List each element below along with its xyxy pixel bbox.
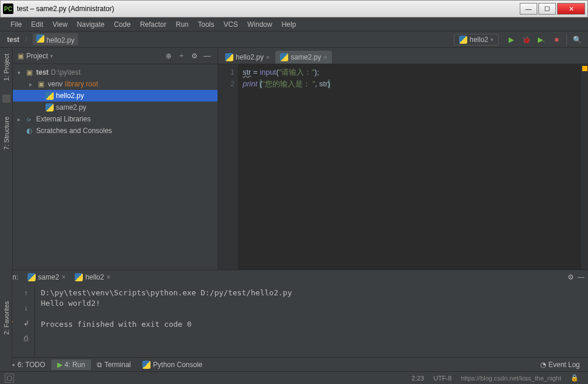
editor-tabs: hello2.py × same2.py × bbox=[218, 48, 588, 64]
python-icon bbox=[459, 36, 467, 44]
side-tab-icon[interactable] bbox=[2, 95, 10, 103]
settings-icon[interactable]: ⚙ bbox=[568, 273, 574, 281]
file-encoding[interactable]: UTF-8 bbox=[433, 375, 452, 382]
code-content[interactable]: str = input("请输入："); print ("您的输入是： ", s… bbox=[238, 64, 581, 270]
run-coverage-button[interactable]: ▶. bbox=[535, 33, 548, 46]
bottom-tab-event-log[interactable]: ◔Event Log bbox=[534, 359, 586, 370]
menu-refactor[interactable]: Refactor bbox=[135, 20, 171, 29]
close-tab-icon[interactable]: × bbox=[106, 273, 110, 281]
python-icon bbox=[280, 53, 288, 61]
up-button[interactable]: ↑ bbox=[21, 288, 32, 298]
chevron-right-icon: 〉 bbox=[25, 36, 30, 43]
close-tab-icon[interactable]: × bbox=[324, 54, 327, 61]
tree-venv[interactable]: ▸ ▣ venv library root bbox=[13, 78, 218, 90]
chevron-down-icon: ▾ bbox=[491, 37, 494, 43]
menu-bar: File Edit View Navigate Code Refactor Ru… bbox=[0, 18, 588, 32]
chevron-down-icon[interactable]: ▾ bbox=[50, 53, 53, 59]
menu-navigate[interactable]: Navigate bbox=[72, 20, 109, 29]
editor-tab-hello2[interactable]: hello2.py × bbox=[220, 51, 274, 64]
tree-root[interactable]: ▾ ▣ test D:\py\test bbox=[13, 67, 218, 78]
window-controls: — ☐ ✕ bbox=[519, 3, 585, 15]
editor-body[interactable]: 1 2 str = input("请输入："); print ("您的输入是： … bbox=[218, 64, 588, 270]
left-tool-strip: 1: Project 7: Structure bbox=[0, 48, 13, 270]
stop-button[interactable]: ■ bbox=[550, 33, 563, 46]
menu-code[interactable]: Code bbox=[109, 20, 135, 29]
wrap-button[interactable]: ↲ bbox=[21, 318, 32, 329]
expand-arrow-icon[interactable]: ▾ bbox=[18, 69, 24, 76]
side-tab-structure[interactable]: 7: Structure bbox=[2, 114, 11, 152]
run-left-toolbar-2: ↑ ↓ ↲ ⎙ bbox=[18, 284, 35, 357]
breadcrumb-file[interactable]: hello2.py bbox=[33, 33, 78, 46]
scroll-to-button[interactable]: ⊕ bbox=[163, 50, 174, 62]
run-tool-window: Run: same2 × hello2 × ⚙ — ▶ ≡ 📌 » ↑ ↓ ↲ … bbox=[0, 270, 588, 357]
separator bbox=[566, 34, 567, 45]
close-tab-icon[interactable]: × bbox=[61, 273, 65, 281]
close-tab-icon[interactable]: × bbox=[266, 54, 270, 61]
run-config-name: hello2 bbox=[470, 36, 488, 44]
print-button[interactable]: ⎙ bbox=[21, 333, 32, 344]
menu-tools[interactable]: Tools bbox=[193, 20, 219, 29]
title-bar: PC test – same2.py (Administrator) — ☐ ✕ bbox=[0, 0, 588, 18]
close-button[interactable]: ✕ bbox=[557, 3, 585, 15]
side-tab-project[interactable]: 1: Project bbox=[2, 51, 11, 83]
run-header: Run: same2 × hello2 × ⚙ — bbox=[0, 270, 588, 284]
error-stripe[interactable] bbox=[581, 64, 588, 270]
minimize-button[interactable]: — bbox=[520, 3, 537, 15]
settings-icon[interactable]: ⚙ bbox=[188, 50, 200, 62]
bottom-tab-python-console[interactable]: Python Console bbox=[136, 359, 208, 370]
down-button[interactable]: ↓ bbox=[21, 303, 32, 313]
library-icon: ⪧ bbox=[24, 115, 34, 123]
project-panel-header: ▣ Project ▾ ⊕ ÷ ⚙ — bbox=[13, 48, 218, 64]
menu-help[interactable]: Help bbox=[277, 20, 301, 29]
editor-area: hello2.py × same2.py × 1 2 str = input("… bbox=[218, 48, 588, 270]
menu-edit[interactable]: Edit bbox=[26, 20, 48, 29]
bottom-tool-tabs: ≔6: TODO ▶4: Run ⧉Terminal Python Consol… bbox=[0, 357, 588, 371]
menu-vcs[interactable]: VCS bbox=[219, 20, 243, 29]
lock-icon[interactable]: 🔒 bbox=[570, 374, 579, 382]
bottom-tab-run[interactable]: ▶4: Run bbox=[51, 359, 91, 370]
python-icon bbox=[46, 103, 54, 111]
search-button[interactable]: 🔍 bbox=[570, 33, 583, 46]
tree-file-same2[interactable]: same2.py bbox=[13, 102, 218, 113]
side-tab-favorites[interactable]: 2: Favorites bbox=[2, 299, 11, 337]
warning-marker[interactable] bbox=[582, 66, 587, 71]
python-icon bbox=[27, 273, 36, 281]
menu-run[interactable]: Run bbox=[171, 20, 193, 29]
menu-view[interactable]: View bbox=[48, 20, 72, 29]
bottom-tab-terminal[interactable]: ⧉Terminal bbox=[91, 359, 136, 370]
menu-window[interactable]: Window bbox=[243, 20, 277, 29]
folder-icon: ▣ bbox=[18, 52, 24, 60]
tree-file-hello2[interactable]: hello2.py bbox=[13, 90, 218, 102]
left-bottom-strip: 2: Favorites bbox=[1, 270, 12, 369]
python-icon bbox=[225, 53, 233, 61]
run-button[interactable]: ▶ bbox=[505, 33, 517, 46]
tool-windows-toggle[interactable]: ▢ bbox=[5, 373, 14, 383]
debug-button[interactable]: 🐞 bbox=[520, 33, 533, 46]
editor-tab-same2[interactable]: same2.py × bbox=[275, 51, 331, 64]
run-config-selector[interactable]: hello2 ▾ bbox=[454, 34, 499, 46]
tree-external-libraries[interactable]: ▸ ⪧ External Libraries bbox=[13, 113, 218, 125]
hide-button[interactable]: — bbox=[578, 273, 584, 281]
window-title: test – same2.py (Administrator) bbox=[17, 5, 519, 13]
python-icon bbox=[46, 92, 54, 100]
console-output[interactable]: D:\py\test\venv\Scripts\python.exe D:/py… bbox=[35, 284, 588, 357]
folder-icon: ▣ bbox=[36, 80, 46, 88]
navigation-bar: test 〉 hello2.py hello2 ▾ ▶ 🐞 ▶. ■ 🔍 bbox=[0, 32, 588, 48]
breadcrumb-root[interactable]: test bbox=[4, 34, 23, 45]
run-tab-hello2[interactable]: hello2 × bbox=[70, 272, 115, 282]
maximize-button[interactable]: ☐ bbox=[538, 3, 556, 15]
scratches-icon: ◐ bbox=[24, 127, 34, 135]
tree-scratches[interactable]: ◐ Scratches and Consoles bbox=[13, 125, 218, 137]
project-panel-title: Project bbox=[26, 52, 48, 60]
line-gutter: 1 2 bbox=[218, 64, 238, 270]
expand-all-button[interactable]: ÷ bbox=[176, 50, 187, 62]
expand-arrow-icon[interactable]: ▸ bbox=[18, 116, 24, 123]
hide-button[interactable]: — bbox=[201, 50, 213, 62]
menu-file[interactable]: File bbox=[6, 20, 26, 29]
app-icon: PC bbox=[3, 4, 13, 14]
expand-arrow-icon[interactable]: ▸ bbox=[29, 81, 36, 88]
cursor-position[interactable]: 2:23 bbox=[412, 375, 424, 382]
folder-icon: ▣ bbox=[24, 68, 34, 76]
run-tab-same2[interactable]: same2 × bbox=[23, 272, 70, 282]
python-icon bbox=[36, 34, 44, 43]
